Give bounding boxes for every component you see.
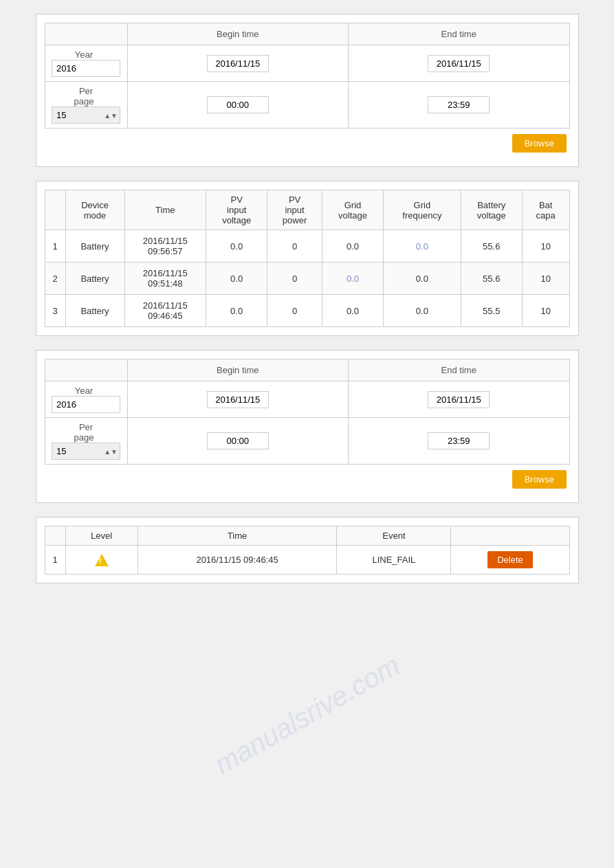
col-bat-voltage: Batteryvoltage [461,190,522,230]
col-device-mode: Devicemode [65,190,124,230]
row-bat-cap: 10 [522,263,569,295]
row-pv-volt: 0.0 [206,295,267,327]
warning-icon-container [70,554,133,566]
end-time-cell [349,82,570,129]
col-level: Level [65,526,138,546]
empty-header-2 [45,359,127,381]
row-num: 1 [45,230,65,263]
begin-date-cell [127,45,349,82]
row-bat-cap: 10 [522,295,569,327]
delete-button[interactable]: Delete [487,551,533,568]
end-date-input-2[interactable] [428,391,490,408]
col-num-1 [45,190,65,230]
browse-button-2[interactable]: Browse [512,470,567,489]
end-time-cell-2 [349,418,570,465]
row-bat-volt: 55.5 [461,295,522,327]
table-row: 3 Battery 2016/11/1509:46:45 0.0 0 0.0 0… [45,295,569,327]
event-action-cell: Delete [451,546,569,575]
begin-time-input-2[interactable] [207,432,269,449]
row-bat-cap: 10 [522,230,569,263]
end-time-header-2: End time [349,359,570,381]
year-input-2[interactable] [52,396,120,413]
begin-date-input-1[interactable] [207,55,269,72]
table-row: 2 Battery 2016/11/1509:51:48 0.0 0 0.0 0… [45,263,569,295]
col-grid-freq: Gridfrequency [384,190,461,230]
year-label-2: Year [75,386,93,396]
col-bat-cap: Batcapa [522,190,569,230]
row-grid-volt: 0.0 [322,295,383,327]
row-pv-pow: 0 [267,263,322,295]
empty-header [45,23,127,45]
col-num-2 [45,526,65,546]
row-num: 3 [45,295,65,327]
col-action [451,526,569,546]
begin-date-input-2[interactable] [207,391,269,408]
begin-date-cell-2 [127,381,349,418]
row-pv-volt: 0.0 [206,230,267,263]
year-label: Year [75,49,93,60]
end-time-input-2[interactable] [428,432,490,449]
row-bat-volt: 55.6 [461,263,522,295]
row-pv-pow: 0 [267,295,322,327]
end-time-input-1[interactable] [428,96,490,113]
warning-icon [95,554,109,566]
col-grid-voltage: Gridvoltage [322,190,383,230]
col-pv-voltage: PVinputvoltage [206,190,267,230]
filter-table-2: Begin time End time Year Perpage [45,359,570,494]
row-mode: Battery [65,263,124,295]
row-grid-freq: 0.0 [384,230,461,263]
table-row: 1 Battery 2016/11/1509:56:57 0.0 0 0.0 0… [45,230,569,263]
row-time: 2016/11/1509:56:57 [124,230,206,263]
row-grid-volt: 0.0 [322,263,383,295]
end-date-input-1[interactable] [428,55,490,72]
end-time-header: End time [349,23,570,45]
col-event: Event [337,526,451,546]
row-mode: Battery [65,295,124,327]
begin-time-header: Begin time [127,23,349,45]
per-page-select-1[interactable]: 15 30 50 [52,107,120,124]
event-time: 2016/11/15 09:46:45 [138,546,337,575]
per-page-row: Perpage 15 30 50 ▲▼ [45,82,127,129]
data-table-1: Devicemode Time PVinputvoltage PVinputpo… [45,190,570,327]
browse-button-1[interactable]: Browse [512,134,567,153]
per-page-select-wrap-2: 15 30 50 ▲▼ [52,443,120,460]
section1-data: Devicemode Time PVinputvoltage PVinputpo… [36,181,579,336]
per-page-label: Perpage [74,86,94,107]
row-bat-volt: 55.6 [461,230,522,263]
begin-time-cell-2 [127,418,349,465]
event-name: LINE_FAIL [337,546,451,575]
begin-time-cell [127,82,349,129]
col-pv-power: PVinputpower [267,190,322,230]
table-row: 1 2016/11/15 09:46:45 LINE_FAIL Delete [45,546,569,575]
event-level-cell [65,546,138,575]
begin-time-header-2: Begin time [127,359,349,381]
end-date-cell [349,45,570,82]
per-page-label-2: Perpage [74,422,94,443]
per-page-select-2[interactable]: 15 30 50 [52,443,120,460]
row-pv-volt: 0.0 [206,263,267,295]
year-row-2: Year [45,381,127,418]
row-time: 2016/11/1509:46:45 [124,295,206,327]
begin-time-input-1[interactable] [207,96,269,113]
row-grid-freq: 0.0 [384,295,461,327]
year-row: Year [45,45,127,82]
row-grid-volt: 0.0 [322,230,383,263]
col-time-2: Time [138,526,337,546]
per-page-row-2: Perpage 15 30 50 ▲▼ [45,418,127,465]
row-time: 2016/11/1509:51:48 [124,263,206,295]
filter-table-1: Begin time End time Year Perpage [45,23,570,158]
end-date-cell-2 [349,381,570,418]
data-table-2: Level Time Event 1 2016/11/15 09:46:45 L… [45,526,570,575]
section1-filter: Begin time End time Year Perpage [36,14,579,167]
section2-data: Level Time Event 1 2016/11/15 09:46:45 L… [36,517,579,583]
row-num: 2 [45,263,65,295]
year-input-1[interactable] [52,60,120,77]
row-pv-pow: 0 [267,230,322,263]
row-grid-freq: 0.0 [384,263,461,295]
browse-cell-1: Browse [45,129,569,159]
event-row-num: 1 [45,546,65,575]
browse-cell-2: Browse [45,465,569,495]
col-time-1: Time [124,190,206,230]
per-page-select-wrap: 15 30 50 ▲▼ [52,107,120,124]
section2-filter: Begin time End time Year Perpage [36,350,579,503]
